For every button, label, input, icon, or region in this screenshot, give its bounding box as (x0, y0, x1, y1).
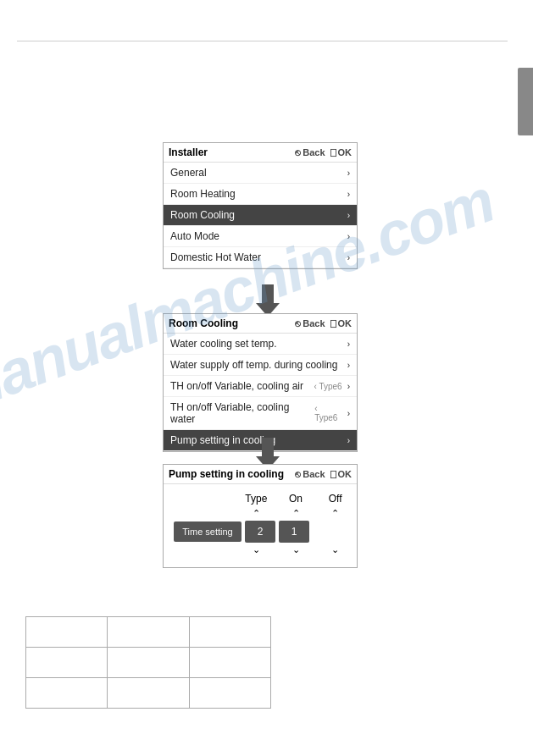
row-water-supply-off[interactable]: Water supply off temp. during cooling › (164, 355, 357, 376)
room-cooling-panel-title: Room Cooling (169, 317, 238, 329)
sidebar-tab (518, 68, 533, 135)
up-caret-off: ⌃ (324, 508, 347, 519)
table-cell-2-1 (26, 648, 108, 678)
row-general-label: General (170, 167, 207, 179)
row-th-cooling-air-tag: ‹ Type6 (314, 382, 341, 391)
table-cell-3-2 (108, 678, 189, 709)
down-caret-off: ⌄ (324, 544, 347, 555)
pump-body: Type On Off ⌃ ⌃ ⌃ Time setting 2 1 ⌄ ⌄ ⌄ (164, 484, 357, 567)
col-off: Off (324, 493, 347, 505)
up-caret-on: ⌃ (285, 508, 308, 519)
table-row-3 (26, 678, 271, 709)
ok-label-3: OK (338, 469, 353, 479)
top-rule (17, 41, 508, 41)
arrow-2-body (262, 438, 274, 456)
installer-ok-btn[interactable]: ⎕ OK (330, 147, 353, 157)
row-th-cooling-water[interactable]: TH on/off Variable, cooling water ‹ Type… (164, 397, 357, 430)
ok-label-2: OK (338, 318, 353, 328)
ok-label: OK (338, 147, 353, 157)
row-th-cooling-air-label: TH on/off Variable, cooling air (170, 380, 303, 392)
pump-setting-panel: Pump setting in cooling ⎋ Back ⎕ OK Type… (163, 464, 358, 568)
table-row-2 (26, 648, 271, 678)
row-water-supply-off-chevron: › (347, 361, 350, 370)
room-cooling-panel-buttons: ⎋ Back ⎕ OK (295, 318, 352, 328)
row-room-heating-chevron: › (347, 190, 350, 199)
back-label: Back (303, 147, 325, 157)
row-th-cooling-water-tag: ‹ Type6 (314, 404, 341, 422)
row-general-chevron: › (347, 168, 350, 178)
row-th-cooling-water-label: TH on/off Variable, cooling water (170, 401, 314, 425)
down-caret-on: ⌄ (285, 544, 308, 555)
installer-back-btn[interactable]: ⎋ Back (295, 147, 325, 157)
row-room-heating-label: Room Heating (170, 188, 236, 200)
installer-panel-buttons: ⎋ Back ⎕ OK (295, 147, 352, 157)
row-water-cooling-set-chevron: › (347, 339, 350, 349)
row-water-supply-off-label: Water supply off temp. during cooling (170, 359, 337, 371)
table-cell-2-2 (108, 648, 189, 678)
room-cooling-ok-btn[interactable]: ⎕ OK (330, 318, 353, 328)
row-th-cooling-air[interactable]: TH on/off Variable, cooling air ‹ Type6 … (164, 376, 357, 397)
row-auto-mode[interactable]: Auto Mode › (164, 226, 357, 247)
pump-setting-ok-btn[interactable]: ⎕ OK (330, 469, 353, 479)
table-cell-2-3 (189, 648, 270, 678)
row-room-cooling[interactable]: Room Cooling › (164, 205, 357, 226)
row-water-cooling-set[interactable]: Water cooling set temp. › (164, 334, 357, 355)
row-auto-mode-chevron: › (347, 232, 350, 241)
table-cell-3-3 (189, 678, 270, 709)
up-caret-type: ⌃ (245, 508, 268, 519)
pump-value-off[interactable]: 1 (279, 521, 309, 543)
bottom-table (25, 616, 271, 709)
row-room-cooling-label: Room Cooling (170, 209, 235, 221)
ok-icon-2: ⎕ (330, 318, 336, 328)
arrow-1-body (262, 284, 274, 303)
pump-setting-back-btn[interactable]: ⎋ Back (295, 469, 325, 479)
arrow-1 (256, 284, 280, 317)
table-cell-1-1 (26, 617, 108, 648)
back-label-3: Back (303, 469, 325, 479)
room-cooling-back-btn[interactable]: ⎋ Back (295, 318, 325, 328)
row-th-cooling-air-chevron: › (347, 382, 350, 391)
room-cooling-panel-header: Room Cooling ⎋ Back ⎕ OK (164, 314, 357, 334)
row-general[interactable]: General › (164, 163, 357, 184)
table-cell-3-1 (26, 678, 108, 709)
ok-icon-3: ⎕ (330, 469, 336, 479)
row-room-cooling-chevron: › (347, 211, 350, 220)
table-cell-1-2 (108, 617, 189, 648)
row-room-heating[interactable]: Room Heating › (164, 184, 357, 205)
back-icon-3: ⎋ (295, 469, 301, 479)
installer-panel-header: Installer ⎋ Back ⎕ OK (164, 143, 357, 163)
table-cell-1-3 (189, 617, 270, 648)
installer-panel-title: Installer (169, 146, 208, 158)
ok-icon: ⎕ (330, 147, 336, 157)
down-caret-type: ⌄ (245, 544, 268, 555)
back-icon: ⎋ (295, 147, 301, 157)
room-cooling-panel: Room Cooling ⎋ Back ⎕ OK Water cooling s… (163, 313, 358, 452)
pump-setting-panel-buttons: ⎋ Back ⎕ OK (295, 469, 352, 479)
pump-value-on[interactable]: 2 (245, 521, 275, 543)
back-label-2: Back (303, 318, 325, 328)
row-pump-setting-chevron: › (347, 436, 350, 445)
row-auto-mode-label: Auto Mode (170, 230, 219, 242)
pump-setting-panel-header: Pump setting in cooling ⎋ Back ⎕ OK (164, 465, 357, 484)
pump-setting-panel-title: Pump setting in cooling (169, 468, 284, 480)
back-icon-2: ⎋ (295, 318, 301, 328)
installer-panel: Installer ⎋ Back ⎕ OK General › Room Hea… (163, 142, 358, 269)
row-th-cooling-water-chevron: › (347, 409, 350, 418)
row-domestic-hot-water[interactable]: Domestic Hot Water › (164, 247, 357, 268)
col-type: Type (245, 493, 268, 505)
row-domestic-hot-water-chevron: › (347, 253, 350, 262)
row-water-cooling-set-label: Water cooling set temp. (170, 338, 277, 350)
row-domestic-hot-water-label: Domestic Hot Water (170, 251, 261, 263)
table-row-1 (26, 617, 271, 648)
col-on: On (285, 493, 308, 505)
pump-row-label: Time setting (174, 521, 242, 542)
